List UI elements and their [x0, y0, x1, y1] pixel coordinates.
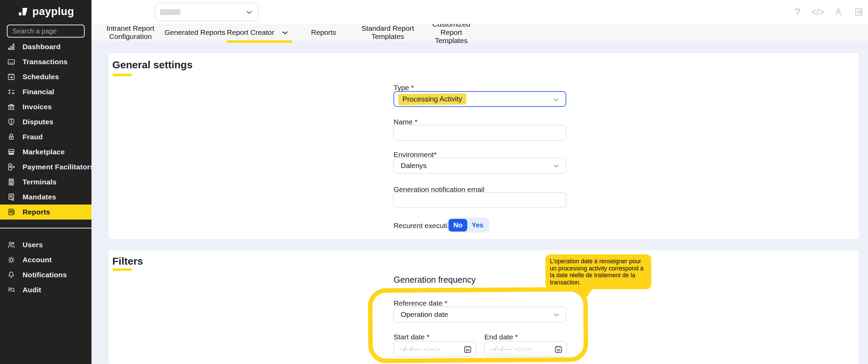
tab-report-creator[interactable]: Report Creator [227, 24, 274, 41]
sidebar-nav-main: Dashboard Transactions Schedules Financi… [0, 39, 91, 220]
sidebar: payplug Dashboard Transactions Schedules… [0, 0, 91, 364]
code-icon[interactable]: </> [812, 5, 824, 19]
type-select[interactable]: Processing Activity [394, 91, 566, 107]
filters-title: Filters [112, 255, 143, 267]
sidebar-item-payment-facilitators[interactable]: Payment Facilitators [0, 159, 91, 174]
logo-text: payplug [32, 5, 74, 18]
main-content: General settings Type * Processing Activ… [91, 41, 868, 364]
environment-select-value: Dalenys [401, 162, 427, 170]
chevron-down-icon [245, 8, 254, 17]
end-date-field [484, 341, 567, 357]
sidebar-nav-secondary: Users Account Notifications Audit [0, 237, 91, 297]
credit-card-icon [7, 57, 16, 66]
document-seal-icon [7, 193, 16, 201]
sidebar-item-transactions[interactable]: Transactions [0, 54, 91, 69]
calendar-icon[interactable] [554, 345, 563, 354]
calendar-icon[interactable] [463, 345, 472, 354]
tab-standard-report-templates[interactable]: Standard Report Templates [360, 24, 415, 41]
chevron-down-icon [552, 162, 560, 170]
sidebar-item-fraud[interactable]: Fraud [0, 129, 91, 144]
calendar-arrow-icon [7, 72, 16, 81]
sidebar-item-financial[interactable]: Financial [0, 84, 91, 99]
environment-select[interactable]: Dalenys [394, 158, 566, 173]
reference-date-select[interactable]: Operation date [394, 307, 566, 322]
sidebar-item-account[interactable]: Account [0, 252, 91, 267]
account-select[interactable] [155, 3, 259, 21]
sidebar-item-schedules[interactable]: Schedules [0, 69, 91, 84]
type-select-value: Processing Activity [402, 95, 462, 103]
toggle-yes-button[interactable]: Yes [467, 219, 488, 232]
recurrent-execution-label: Recurent execution [394, 222, 455, 230]
sidebar-search-input[interactable] [7, 25, 85, 38]
bell-icon [7, 270, 16, 279]
name-input[interactable] [394, 125, 566, 141]
sidebar-item-label: Marketplace [23, 148, 65, 156]
report-tabs: Intranet Report Configuration Generated … [91, 24, 868, 41]
sidebar-item-disputes[interactable]: Disputes [0, 114, 91, 129]
payment-device-icon [7, 163, 16, 171]
sidebar-item-invoices[interactable]: Invoices [0, 99, 91, 114]
payplug-logo: payplug [0, 3, 91, 20]
sidebar-item-dashboard[interactable]: Dashboard [0, 39, 91, 54]
toggle-no-button[interactable]: No [449, 219, 467, 232]
sidebar-item-label: Invoices [23, 103, 52, 111]
tab-intranet-report-configuration[interactable]: Intranet Report Configuration [103, 24, 158, 41]
sidebar-item-mandates[interactable]: Mandates [0, 190, 91, 205]
title-accent-bar [113, 74, 131, 76]
sidebar-item-label: Mandates [23, 193, 56, 201]
start-date-field [394, 341, 476, 357]
sidebar-item-label: Fraud [23, 133, 43, 141]
end-date-label: End date * [484, 333, 518, 341]
header-icons: ? </> [792, 0, 865, 24]
general-settings-title: General settings [112, 59, 193, 71]
notification-email-input[interactable] [394, 192, 566, 208]
math-operations-icon [7, 87, 16, 96]
start-date-label: Start date * [394, 333, 429, 341]
bar-chart-icon [7, 42, 16, 51]
tooltip-annotation: L'operation date à renseigner pour un pr… [545, 254, 651, 289]
users-icon [7, 240, 16, 249]
chevron-down-icon [552, 311, 560, 319]
sidebar-item-label: Disputes [23, 118, 53, 126]
sidebar-item-label: Notifications [23, 271, 67, 279]
tab-customized-report-templates[interactable]: Customized Report Templates [424, 24, 479, 41]
sidebar-item-users[interactable]: Users [0, 237, 91, 252]
sidebar-item-terminals[interactable]: Terminals [0, 174, 91, 190]
sidebar-item-reports[interactable]: Reports [0, 205, 91, 220]
chevron-down-icon[interactable] [281, 29, 289, 37]
storefront-icon [7, 148, 16, 156]
general-settings-card: General settings Type * Processing Activ… [109, 53, 859, 239]
bank-icon [7, 102, 16, 111]
sidebar-item-label: Transactions [23, 58, 68, 66]
gear-icon [7, 255, 16, 264]
sidebar-item-notifications[interactable]: Notifications [0, 267, 91, 282]
audit-search-icon [7, 285, 16, 294]
recurrent-execution-toggle[interactable]: No Yes [447, 218, 489, 233]
tab-reports[interactable]: Reports [311, 24, 336, 41]
shield-icon [7, 117, 16, 126]
title-accent-bar [113, 268, 131, 271]
user-icon[interactable] [833, 5, 844, 19]
lock-icon [7, 132, 16, 141]
sidebar-item-label: Dashboard [23, 43, 61, 51]
sidebar-item-label: Schedules [23, 73, 59, 81]
active-tab-underline [227, 40, 292, 43]
help-icon[interactable]: ? [792, 5, 803, 19]
sidebar-item-label: Payment Facilitators [23, 163, 94, 171]
account-select-value-redacted [160, 9, 180, 15]
highlight-marker-annotation: Processing Activity [398, 93, 466, 105]
report-icon [7, 208, 16, 216]
logout-icon[interactable] [853, 5, 865, 19]
payplug-logo-icon [17, 6, 29, 17]
sidebar-item-audit[interactable]: Audit [0, 282, 91, 297]
type-label: Type * [394, 84, 414, 92]
tab-generated-reports[interactable]: Generated Reports [165, 24, 226, 41]
sidebar-item-label: Audit [23, 286, 41, 294]
sidebar-divider [0, 228, 91, 228]
top-bar: ? </> [91, 0, 868, 24]
terminal-icon [7, 178, 16, 186]
sidebar-item-label: Users [23, 241, 43, 249]
sidebar-item-marketplace[interactable]: Marketplace [0, 144, 91, 159]
reference-date-select-value: Operation date [401, 310, 448, 319]
sidebar-item-label: Terminals [23, 178, 56, 186]
